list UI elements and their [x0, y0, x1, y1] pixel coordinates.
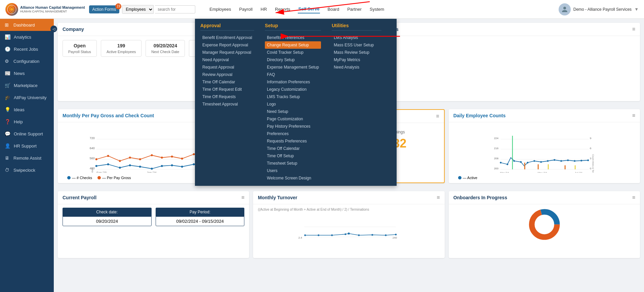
- svg-text:240: 240: [393, 236, 397, 239]
- dropdown-timesheet-setup[interactable]: Timesheet Setup: [265, 160, 321, 167]
- dropdown-mass-review[interactable]: Mass Review Setup: [332, 49, 381, 56]
- dropdown-time-off-calendar-approval[interactable]: Time Off Calendar: [200, 78, 254, 86]
- sidebar-item-allpay-university[interactable]: 🎓 AllPay University: [0, 91, 54, 103]
- nav-board[interactable]: Board: [327, 5, 340, 13]
- daily-counts-menu-icon[interactable]: ≡: [632, 113, 635, 119]
- dropdown-lms-analysis[interactable]: LMS Analysis: [332, 34, 381, 41]
- action-forms-button[interactable]: Action Forms 19: [89, 5, 120, 13]
- sidebar-item-dashboard[interactable]: ⊞ Dashboard: [0, 19, 54, 31]
- nav-employees[interactable]: Employees: [209, 5, 232, 13]
- check-date-field: Check date: 09/20/2024: [63, 208, 152, 226]
- stat-employees-value: 199: [107, 43, 136, 48]
- dropdown-request-approval[interactable]: Request Approval: [200, 64, 254, 71]
- dropdown-mypay-metrics[interactable]: MyPay Metrics: [332, 56, 381, 64]
- sidebar-item-hr-support[interactable]: 👤 HR Support: [0, 140, 54, 152]
- aca-menu-icon[interactable]: ≡: [436, 113, 439, 119]
- dropdown-faq[interactable]: FAQ: [265, 71, 321, 78]
- search-input[interactable]: [155, 5, 195, 13]
- dropdown-time-off-request-edit[interactable]: Time Off Request Edit: [200, 86, 254, 93]
- per-pay-dot: [97, 176, 101, 179]
- stat-check-date-label: Next Check Date: [151, 50, 179, 54]
- dropdown-benefit-enrollment[interactable]: Benefit Enrollment Approval: [200, 34, 254, 41]
- nav-partner[interactable]: Partner: [347, 5, 362, 13]
- nav-system[interactable]: System: [369, 5, 385, 13]
- dropdown-time-off-setup[interactable]: Time Off Setup: [265, 152, 321, 160]
- svg-point-36: [139, 158, 141, 160]
- dropdown-manager-request[interactable]: Manager Request Approval: [200, 49, 254, 56]
- dropdown-need-setup[interactable]: Need Setup: [265, 108, 321, 115]
- svg-point-27: [171, 164, 173, 166]
- dropdown-need-approval[interactable]: Need Approval: [200, 56, 254, 64]
- svg-text:Mar '24: Mar '24: [500, 171, 509, 173]
- check-date-value: 09/20/2024: [63, 216, 152, 226]
- sidebar-item-swipeclock[interactable]: ⏱ Swipeclock: [0, 164, 54, 176]
- dropdown-time-off-cal[interactable]: Time Off Calendar: [265, 145, 321, 152]
- nav-payroll[interactable]: Payroll: [239, 5, 253, 13]
- contacts-menu-icon[interactable]: ≡: [632, 26, 635, 32]
- dropdown-requests-prefs[interactable]: Requests Preferences: [265, 137, 321, 145]
- sidebar-label-remote-assist: Remote Assist: [13, 156, 41, 161]
- checks-dot: [67, 176, 71, 179]
- onboarders-svg: [453, 208, 635, 241]
- monthly-turnover-card: Monthly Turnover ≡ ((Active at Beginning…: [253, 191, 444, 258]
- sidebar-item-ideas[interactable]: 💡 Ideas: [0, 103, 54, 116]
- self-serve-dropdown: Approval Benefit Enrollment Approval Exp…: [195, 19, 397, 186]
- dropdown-welcome-screen[interactable]: Welcome Screen Design: [265, 174, 321, 182]
- onboarders-menu-icon[interactable]: ≡: [632, 195, 635, 201]
- nav-reports[interactable]: Reports: [274, 5, 291, 13]
- sidebar-item-online-support[interactable]: 💬 Online Support: [0, 128, 54, 140]
- sidebar-item-marketplace[interactable]: 🛒 Marketplace: [0, 79, 54, 91]
- svg-text:2.4: 2.4: [298, 236, 303, 239]
- payroll-menu-icon[interactable]: ≡: [241, 195, 244, 201]
- dropdown-preferences[interactable]: Preferences: [265, 130, 321, 137]
- dropdown-page-custom[interactable]: Page Customization: [265, 115, 321, 123]
- utilities-col: Utilities LMS Analysis Mass ESS User Set…: [326, 19, 387, 186]
- svg-text:Jan '24: Jan '24: [147, 171, 157, 173]
- sidebar-label-configuration: Configuration: [13, 59, 39, 64]
- svg-point-39: [171, 156, 173, 158]
- dropdown-legacy-custom[interactable]: Legacy Customization: [265, 86, 321, 93]
- per-pay-label: — Per Pay Gross: [102, 176, 131, 180]
- dropdown-expense-report[interactable]: Expense Report Approval: [200, 41, 254, 49]
- pay-period-value: 09/02/2024 - 09/15/2024: [156, 216, 245, 226]
- dropdown-logo[interactable]: Logo: [265, 100, 321, 108]
- current-payroll-header: Current Payroll ≡: [58, 191, 249, 204]
- dropdown-lms-tracks[interactable]: LMS Tracks Setup: [265, 93, 321, 100]
- nav-self-serve[interactable]: Self Serve: [298, 5, 320, 13]
- logo-subtitle: HUMAN CAPITAL MANAGEMENT: [20, 10, 85, 13]
- sidebar-item-analytics[interactable]: 📊 Analytics: [0, 31, 54, 43]
- sidebar-item-configuration[interactable]: ⚙ Configuration: [0, 55, 54, 67]
- svg-rect-65: [564, 165, 565, 169]
- nav-hr[interactable]: HR: [260, 5, 268, 13]
- dropdown-timesheet-approval[interactable]: Timesheet Approval: [200, 100, 254, 108]
- svg-point-33: [107, 155, 109, 157]
- dropdown-mass-ess[interactable]: Mass ESS User Setup: [332, 41, 381, 49]
- dropdown-users[interactable]: Users: [265, 167, 321, 174]
- sidebar-item-news[interactable]: 📰 News: [0, 67, 54, 79]
- user-area: Demo - Alliance Payroll Services ▼: [559, 3, 639, 15]
- search-category-select[interactable]: Employees: [122, 5, 154, 14]
- dropdown-change-request-setup[interactable]: Change Request Setup: [265, 41, 321, 49]
- dropdown-covid-tracker[interactable]: Covid Tracker Setup: [265, 49, 321, 56]
- dropdown-info-prefs[interactable]: Information Preferences: [265, 78, 321, 86]
- pay-period-field: Pay Period: 09/02/2024 - 09/15/2024: [156, 208, 245, 226]
- sidebar-label-analytics: Analytics: [14, 35, 31, 40]
- dropdown-directory-setup[interactable]: Directory Setup: [265, 56, 321, 64]
- svg-point-23: [129, 164, 131, 166]
- dropdown-need-analysis[interactable]: Need Analysis: [332, 64, 381, 71]
- dropdown-benefits-prefs[interactable]: Benefits Preferences: [265, 34, 321, 41]
- dropdown-time-off-requests[interactable]: Time Off Requests: [200, 93, 254, 100]
- dropdown-pay-history[interactable]: Pay History Preferences: [265, 123, 321, 130]
- svg-point-29: [193, 163, 195, 165]
- onboarders-header: Onboarders In Progress ≡: [449, 191, 640, 204]
- user-dropdown-icon[interactable]: ▼: [634, 7, 639, 12]
- check-date-label: Check date:: [63, 208, 152, 216]
- sidebar-item-remote-assist[interactable]: 🖥 Remote Assist: [0, 152, 54, 164]
- sidebar-item-recent-jobs[interactable]: 🕐 Recent Jobs: [0, 43, 54, 55]
- action-forms-badge: 19: [115, 3, 121, 9]
- sidebar-item-help[interactable]: ❓ Help: [0, 116, 54, 128]
- turnover-menu-icon[interactable]: ≡: [437, 195, 440, 201]
- dropdown-expense-mgmt[interactable]: Expense Management Setup: [265, 64, 321, 71]
- dropdown-review-approval[interactable]: Review Approval: [200, 71, 254, 78]
- svg-rect-62: [524, 163, 525, 169]
